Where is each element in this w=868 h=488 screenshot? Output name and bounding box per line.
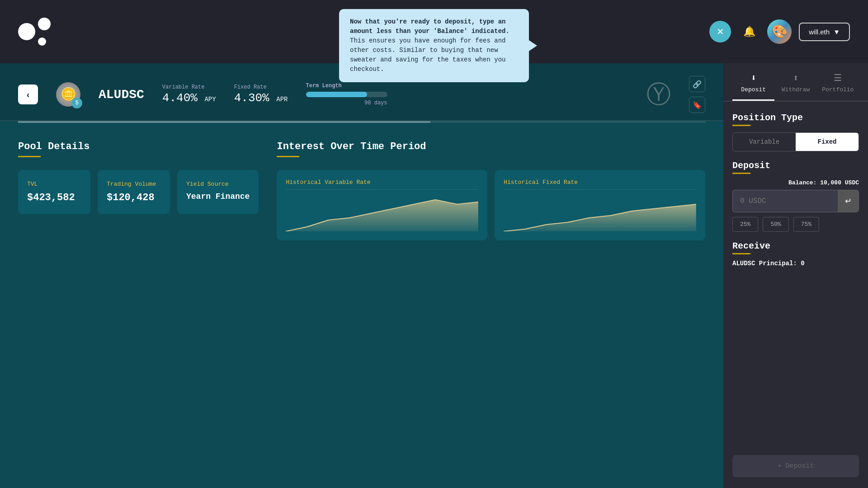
pool-icon: 🪙 $ xyxy=(56,82,80,107)
pool-icon-wrapper: 🪙 $ xyxy=(56,82,80,107)
term-bar-fill xyxy=(306,92,367,97)
deposit-action-button[interactable]: + Deposit xyxy=(732,455,859,477)
tooltip-bold: Now that you're ready to deposit, type a… xyxy=(350,18,509,35)
wallet-chevron-icon: ▼ xyxy=(833,28,840,36)
fixed-rate-stat: Fixed Rate 4.30% APR xyxy=(234,84,288,105)
wallet-label: will.eth xyxy=(809,28,830,36)
receive-heading: Receive xyxy=(732,241,859,251)
notification-button[interactable]: 🔔 xyxy=(738,21,760,42)
svg-marker-0 xyxy=(286,200,478,231)
term-bar xyxy=(306,92,387,97)
variable-position-btn[interactable]: Variable xyxy=(733,133,796,151)
position-type-section: Position Type Variable Fixed xyxy=(732,113,859,151)
principal-value: 0 xyxy=(801,260,804,267)
fixed-rate-value: 4.30% APR xyxy=(234,91,288,105)
yearn-icon: Ⓨ xyxy=(646,78,671,111)
pool-icon-inner: $ xyxy=(71,98,82,108)
tvl-card: TVL $423,582 xyxy=(18,170,90,214)
deposit-action-label: + Deposit xyxy=(777,462,814,470)
right-panel: ⬇ Deposit ⬆ Withdraw ☰ Portfolio Positio… xyxy=(723,63,868,488)
pool-details-underline xyxy=(18,156,41,157)
balance-value: 10,000 xyxy=(820,179,841,186)
term-label: Term Length xyxy=(306,83,387,89)
yield-source-label: Yield Source xyxy=(186,181,250,188)
tooltip-normal: This ensures you have enough for fees an… xyxy=(350,37,505,73)
tvl-label: TVL xyxy=(27,181,81,188)
balance-unit: USDC xyxy=(845,179,859,186)
two-col-layout: Pool Details TVL $423,582 Trading Volume… xyxy=(18,141,705,240)
trading-volume-label: Trading Volume xyxy=(107,181,161,188)
deposit-underline xyxy=(732,173,750,174)
position-type-heading: Position Type xyxy=(732,113,859,123)
pct-75-button[interactable]: 75% xyxy=(793,217,819,232)
term-days: 90 days xyxy=(306,100,387,106)
portfolio-icon: ☰ xyxy=(834,72,842,84)
yield-source-value: Yearn Finance xyxy=(186,192,250,201)
main-layout: ‹ 🪙 $ ALUDSC Variable Rate 4.40% APY Fix… xyxy=(0,63,868,488)
pool-content: Pool Details TVL $423,582 Trading Volume… xyxy=(0,123,723,258)
pool-details-title: Pool Details xyxy=(18,141,259,152)
withdraw-icon: ⬆ xyxy=(793,72,798,84)
position-type-buttons: Variable Fixed xyxy=(732,132,859,151)
variable-rate-chart-label: Historical Variable Rate xyxy=(286,179,478,190)
yield-source-card: Yield Source Yearn Finance xyxy=(177,170,259,214)
tab-portfolio[interactable]: ☰ Portfolio xyxy=(817,63,859,101)
logo-dot-medium xyxy=(38,18,51,30)
deposit-tab-label: Deposit xyxy=(741,86,766,93)
fixed-rate-chart-area xyxy=(504,195,696,231)
logo-dot-large xyxy=(18,23,35,40)
receive-underline xyxy=(732,253,750,254)
link-button[interactable]: 🔗 xyxy=(689,76,705,92)
balance-row: Balance: 10,000 USDC xyxy=(732,179,859,186)
deposit-input[interactable] xyxy=(733,191,838,211)
deposit-section: Deposit Balance: 10,000 USDC ↵ 25% 50% 7… xyxy=(732,160,859,232)
bookmark-button[interactable]: 🔖 xyxy=(689,97,705,113)
receive-section: Receive ALUDSC Principal: 0 xyxy=(732,241,859,267)
deposit-input-row: ↵ xyxy=(732,190,859,212)
fixed-position-btn[interactable]: Fixed xyxy=(796,133,859,151)
right-content: Position Type Variable Fixed Deposit Bal… xyxy=(723,102,868,488)
fixed-rate-chart-label: Historical Fixed Rate xyxy=(504,179,696,190)
back-button[interactable]: ‹ xyxy=(18,84,38,104)
avatar: 🎨 xyxy=(767,19,792,44)
position-type-underline xyxy=(732,125,750,126)
pool-details-section: Pool Details TVL $423,582 Trading Volume… xyxy=(18,141,259,240)
nav-right: ✕ 🔔 🎨 will.eth ▼ xyxy=(709,19,850,44)
tab-bar: ⬇ Deposit ⬆ Withdraw ☰ Portfolio xyxy=(723,63,868,102)
deposit-enter-button[interactable]: ↵ xyxy=(838,190,859,212)
interest-title: Interest Over Time Period xyxy=(277,141,705,152)
variable-rate-value: 4.40% APY xyxy=(162,91,216,105)
deposit-icon: ⬇ xyxy=(751,72,756,84)
pct-25-button[interactable]: 25% xyxy=(732,217,758,232)
tooltip-box: Now that you're ready to deposit, type a… xyxy=(339,9,529,82)
tvl-value: $423,582 xyxy=(27,192,81,203)
balance-label: Balance: xyxy=(788,179,816,186)
wallet-button[interactable]: will.eth ▼ xyxy=(799,23,850,41)
receive-row: ALUDSC Principal: 0 xyxy=(732,260,859,267)
pool-name: ALUDSC xyxy=(99,88,144,102)
header-actions: 🔗 🔖 xyxy=(689,76,705,113)
term-length-section: Term Length 90 days xyxy=(306,83,387,106)
pct-buttons: 25% 50% 75% xyxy=(732,217,859,232)
pool-cards: TVL $423,582 Trading Volume $120,428 Yie… xyxy=(18,170,259,214)
pct-50-button[interactable]: 50% xyxy=(763,217,788,232)
close-button[interactable]: ✕ xyxy=(709,21,731,42)
chart-cards: Historical Variable Rate xyxy=(277,170,705,240)
variable-rate-label: Variable Rate xyxy=(162,84,216,90)
trading-volume-value: $120,428 xyxy=(107,192,161,203)
interest-underline xyxy=(277,156,299,157)
logo xyxy=(18,18,51,46)
variable-rate-stat: Variable Rate 4.40% APY xyxy=(162,84,216,105)
logo-dot-small xyxy=(38,38,46,46)
tooltip-wrapper: Now that you're ready to deposit, type a… xyxy=(339,9,529,82)
variable-rate-svg xyxy=(286,195,478,231)
topnav: Now that you're ready to deposit, type a… xyxy=(0,0,868,63)
tab-deposit[interactable]: ⬇ Deposit xyxy=(732,63,774,101)
withdraw-tab-label: Withdraw xyxy=(782,86,810,93)
variable-rate-chart-card: Historical Variable Rate xyxy=(277,170,487,240)
variable-rate-chart-area xyxy=(286,195,478,231)
fixed-rate-svg xyxy=(504,195,696,231)
fixed-rate-label: Fixed Rate xyxy=(234,84,288,90)
tooltip-arrow xyxy=(529,40,537,51)
tab-withdraw[interactable]: ⬆ Withdraw xyxy=(774,63,816,101)
